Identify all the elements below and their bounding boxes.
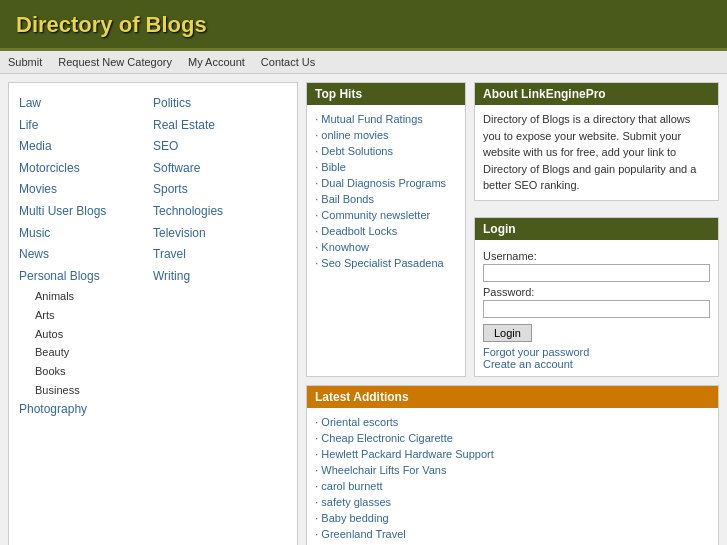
latest-5[interactable]: safety glasses: [321, 496, 391, 508]
top-hits-list: Mutual Fund Ratings online movies Debt S…: [307, 105, 465, 277]
cat-media[interactable]: Media: [19, 136, 153, 158]
latest-additions-header: Latest Additions: [307, 386, 718, 408]
latest-3[interactable]: Wheelchair Lifts For Vans: [321, 464, 446, 476]
list-item: Business electricity: [315, 542, 710, 546]
latest-2[interactable]: Hewlett Packard Hardware Support: [321, 448, 493, 460]
list-item: Wheelchair Lifts For Vans: [315, 462, 710, 478]
top-hit-3[interactable]: Bible: [321, 161, 345, 173]
list-item: Oriental escorts: [315, 414, 710, 430]
cat-movies[interactable]: Movies: [19, 179, 153, 201]
sub-autos[interactable]: Autos: [35, 325, 153, 344]
nav-contact[interactable]: Contact Us: [261, 56, 315, 68]
login-links: Forgot your password Create an account: [483, 346, 710, 370]
cat-personal-blogs[interactable]: Personal Blogs: [19, 266, 153, 288]
sub-arts[interactable]: Arts: [35, 306, 153, 325]
cat-writing[interactable]: Writing: [153, 266, 287, 288]
site-header: Directory of Blogs: [0, 0, 727, 51]
sub-animals[interactable]: Animals: [35, 287, 153, 306]
password-input[interactable]: [483, 300, 710, 318]
nav-request-category[interactable]: Request New Category: [58, 56, 172, 68]
list-item: Community newsletter: [315, 207, 457, 223]
nav-bar: Submit Request New Category My Account C…: [0, 51, 727, 74]
username-input[interactable]: [483, 264, 710, 282]
top-hits-box: Top Hits Mutual Fund Ratings online movi…: [306, 82, 466, 377]
cat-television[interactable]: Television: [153, 223, 287, 245]
login-form: Username: Password: Login Forgot your pa…: [475, 240, 718, 376]
top-hit-2[interactable]: Debt Solutions: [321, 145, 393, 157]
list-item: Greenland Travel: [315, 526, 710, 542]
site-title: Directory of Blogs: [16, 12, 711, 38]
latest-7[interactable]: Greenland Travel: [321, 528, 405, 540]
list-item: Dual Diagnosis Programs: [315, 175, 457, 191]
col-left: Law Life Media Motorcicles Movies Multi …: [19, 93, 153, 421]
cat-technologies[interactable]: Technologies: [153, 201, 287, 223]
top-hit-6[interactable]: Community newsletter: [321, 209, 430, 221]
list-item: Seo Specialist Pasadena: [315, 255, 457, 271]
list-item: Mutual Fund Ratings: [315, 111, 457, 127]
top-hits-header: Top Hits: [307, 83, 465, 105]
top-hit-8[interactable]: Knowhow: [321, 241, 369, 253]
latest-1[interactable]: Cheap Electronic Cigarette: [321, 432, 452, 444]
list-item: Hewlett Packard Hardware Support: [315, 446, 710, 462]
list-item: Bible: [315, 159, 457, 175]
main-content: Law Life Media Motorcicles Movies Multi …: [0, 74, 727, 545]
list-item: carol burnett: [315, 478, 710, 494]
right-top: Top Hits Mutual Fund Ratings online movi…: [306, 82, 719, 377]
cat-motorcicles[interactable]: Motorcicles: [19, 158, 153, 180]
forgot-password-link[interactable]: Forgot your password: [483, 346, 710, 358]
latest-6[interactable]: Baby bedding: [321, 512, 388, 524]
login-box: Login Username: Password: Login Forgot y…: [474, 217, 719, 377]
password-label: Password:: [483, 286, 710, 298]
left-panel: Law Life Media Motorcicles Movies Multi …: [8, 82, 298, 545]
cat-real-estate[interactable]: Real Estate: [153, 115, 287, 137]
list-item: Baby bedding: [315, 510, 710, 526]
right-panel: Top Hits Mutual Fund Ratings online movi…: [306, 82, 719, 545]
login-button[interactable]: Login: [483, 324, 532, 342]
list-item: Cheap Electronic Cigarette: [315, 430, 710, 446]
list-item: online movies: [315, 127, 457, 143]
latest-0[interactable]: Oriental escorts: [321, 416, 398, 428]
login-header: Login: [475, 218, 718, 240]
cat-photography[interactable]: Photography: [19, 399, 153, 421]
sub-books[interactable]: Books: [35, 362, 153, 381]
top-hit-1[interactable]: online movies: [321, 129, 388, 141]
cat-sports[interactable]: Sports: [153, 179, 287, 201]
nav-my-account[interactable]: My Account: [188, 56, 245, 68]
nav-submit[interactable]: Submit: [8, 56, 42, 68]
about-text: Directory of Blogs is a directory that a…: [475, 105, 718, 200]
list-item: Deadbolt Locks: [315, 223, 457, 239]
top-hit-4[interactable]: Dual Diagnosis Programs: [321, 177, 446, 189]
cat-software[interactable]: Software: [153, 158, 287, 180]
cat-multi-user-blogs[interactable]: Multi User Blogs: [19, 201, 153, 223]
personal-blogs-sub: Animals Arts Autos Beauty Books Business: [19, 287, 153, 399]
username-label: Username:: [483, 250, 710, 262]
top-hit-0[interactable]: Mutual Fund Ratings: [321, 113, 423, 125]
list-item: safety glasses: [315, 494, 710, 510]
cat-travel[interactable]: Travel: [153, 244, 287, 266]
cat-music[interactable]: Music: [19, 223, 153, 245]
cat-law[interactable]: Law: [19, 93, 153, 115]
latest-additions-list: Oriental escorts Cheap Electronic Cigare…: [307, 408, 718, 546]
list-item: Knowhow: [315, 239, 457, 255]
categories: Law Life Media Motorcicles Movies Multi …: [19, 93, 287, 421]
sub-beauty[interactable]: Beauty: [35, 343, 153, 362]
latest-4[interactable]: carol burnett: [321, 480, 382, 492]
list-item: Debt Solutions: [315, 143, 457, 159]
cat-politics[interactable]: Politics: [153, 93, 287, 115]
top-hit-7[interactable]: Deadbolt Locks: [321, 225, 397, 237]
about-login-column: About LinkEnginePro Directory of Blogs i…: [474, 82, 719, 377]
create-account-link[interactable]: Create an account: [483, 358, 710, 370]
col-right: Politics Real Estate SEO Software Sports…: [153, 93, 287, 421]
list-item: Bail Bonds: [315, 191, 457, 207]
cat-life[interactable]: Life: [19, 115, 153, 137]
cat-news[interactable]: News: [19, 244, 153, 266]
about-box: About LinkEnginePro Directory of Blogs i…: [474, 82, 719, 201]
cat-seo[interactable]: SEO: [153, 136, 287, 158]
about-header: About LinkEnginePro: [475, 83, 718, 105]
sub-business[interactable]: Business: [35, 381, 153, 400]
top-hit-9[interactable]: Seo Specialist Pasadena: [321, 257, 443, 269]
top-hit-5[interactable]: Bail Bonds: [321, 193, 374, 205]
latest-additions-box: Latest Additions Oriental escorts Cheap …: [306, 385, 719, 546]
